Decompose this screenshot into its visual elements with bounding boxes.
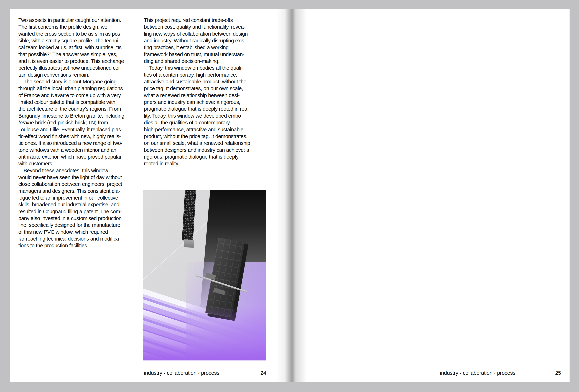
right-page: industry · collaboration · process 25: [289, 9, 570, 382]
violet-bottom-glow: [143, 306, 266, 360]
body-text-column-2: This project required constant trade-off…: [144, 17, 269, 167]
figure-window-profile-render: [143, 190, 266, 360]
page-spread: Two aspects in particular caught our att…: [10, 9, 570, 382]
page-number: 24: [260, 370, 266, 376]
footer-keywords: industry · collaboration · process: [440, 370, 515, 376]
footer-keywords: industry · collaboration · process: [144, 370, 219, 376]
left-page: Two aspects in particular caught our att…: [10, 9, 289, 382]
right-page-footer: industry · collaboration · process 25: [440, 370, 561, 376]
book-spread-scan: Two aspects in particular caught our att…: [0, 0, 579, 392]
gasket-end-cap: [184, 239, 194, 248]
body-text-column-1: Two aspects in particular caught our att…: [18, 17, 144, 249]
left-page-footer: industry · collaboration · process 24: [144, 370, 266, 376]
page-number: 25: [555, 370, 561, 376]
